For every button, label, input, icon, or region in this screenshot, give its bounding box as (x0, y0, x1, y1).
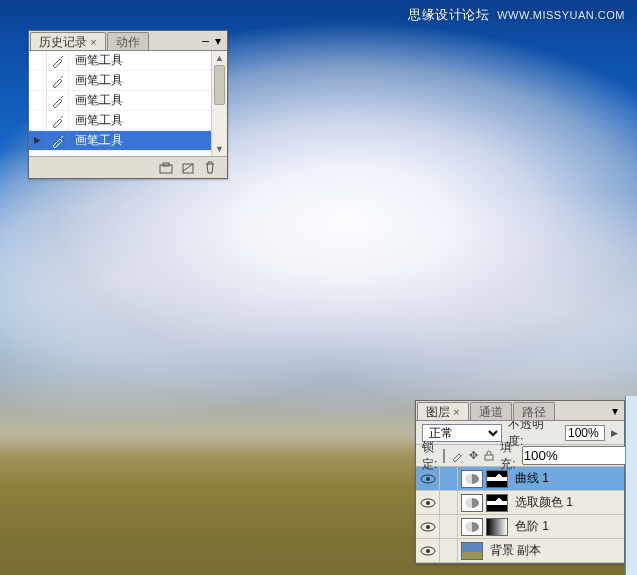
tab-layers[interactable]: 图层 × (417, 402, 469, 420)
layer-name[interactable]: 色阶 1 (511, 518, 553, 535)
layer-name[interactable]: 背景 副本 (486, 542, 545, 559)
history-row[interactable]: 画笔工具 (29, 111, 227, 131)
adjustment-thumb-icon[interactable] (461, 518, 483, 536)
tab-channels[interactable]: 通道 (470, 402, 512, 420)
layer-name[interactable]: 曲线 1 (511, 470, 553, 487)
layer-thumbs (458, 518, 511, 536)
layer-row[interactable]: 曲线 1 (416, 467, 624, 491)
svg-point-11 (426, 549, 430, 553)
history-tabs: 历史记录 × 动作 – ▾ (29, 31, 227, 51)
adjustment-thumb-icon[interactable] (461, 470, 483, 488)
blend-row: 正常 不透明度: ▶ (416, 421, 624, 445)
svg-rect-3 (485, 455, 493, 460)
fill-label: 填充: (500, 439, 515, 473)
image-thumb-icon[interactable] (461, 542, 483, 560)
link-cell[interactable] (440, 515, 458, 538)
history-footer (29, 156, 227, 178)
layer-thumbs (458, 470, 511, 488)
link-cell[interactable] (440, 467, 458, 490)
minimize-icon[interactable]: – (202, 34, 209, 48)
history-checkbox[interactable] (29, 71, 47, 90)
scroll-down-icon[interactable]: ▼ (212, 142, 227, 156)
history-row[interactable]: 画笔工具 (29, 71, 227, 91)
lock-transparency-icon[interactable] (443, 449, 445, 463)
layer-thumbs (458, 542, 486, 560)
history-label: 画笔工具 (69, 132, 227, 149)
brush-icon (47, 51, 69, 70)
history-label: 画笔工具 (69, 52, 227, 69)
tab-history[interactable]: 历史记录 × (30, 32, 106, 50)
layer-thumbs (458, 494, 511, 512)
scroll-up-icon[interactable]: ▲ (212, 51, 227, 65)
trash-icon[interactable] (203, 161, 217, 175)
mask-thumb-icon[interactable] (486, 494, 508, 512)
lock-move-icon[interactable]: ✥ (469, 449, 478, 463)
history-label: 画笔工具 (69, 112, 227, 129)
layer-list: 曲线 1 选取颜色 1 色阶 1 背景 副本 (416, 467, 624, 563)
mask-thumb-icon[interactable] (486, 470, 508, 488)
history-label: 画笔工具 (69, 72, 227, 89)
layer-row[interactable]: 选取颜色 1 (416, 491, 624, 515)
history-checkbox[interactable] (29, 131, 47, 150)
panel-menu-icon[interactable]: ▾ (612, 404, 618, 418)
history-label: 画笔工具 (69, 92, 227, 109)
scroll-thumb[interactable] (214, 65, 225, 105)
tab-paths[interactable]: 路径 (513, 402, 555, 420)
close-icon[interactable]: × (90, 36, 96, 48)
snapshot-from-state-icon[interactable] (159, 161, 173, 175)
history-checkbox[interactable] (29, 51, 47, 70)
visibility-icon[interactable] (416, 491, 440, 514)
adjustment-thumb-icon[interactable] (461, 494, 483, 512)
layer-row[interactable]: 色阶 1 (416, 515, 624, 539)
visibility-icon[interactable] (416, 539, 440, 562)
layer-name[interactable]: 选取颜色 1 (511, 494, 577, 511)
link-cell[interactable] (440, 491, 458, 514)
scrollbar[interactable]: ▲ ▼ (211, 51, 227, 156)
close-icon[interactable]: × (453, 406, 459, 418)
fill-input[interactable] (522, 446, 637, 465)
layer-row[interactable]: 背景 副本 (416, 539, 624, 563)
brush-icon (47, 131, 69, 150)
history-checkbox[interactable] (29, 111, 47, 130)
lock-brush-icon[interactable] (451, 449, 463, 463)
layers-panel[interactable]: 图层 × 通道 路径 ▾ 正常 不透明度: ▶ 锁定: ✥ 填充: ▶ 曲线 1 (415, 400, 625, 564)
history-row[interactable]: 画笔工具 (29, 91, 227, 111)
history-row[interactable]: 画笔工具 (29, 131, 227, 151)
history-panel[interactable]: 历史记录 × 动作 – ▾ 画笔工具 画笔工具 画笔工具 画笔工具 (28, 30, 228, 179)
brush-icon (47, 91, 69, 110)
mask-thumb-icon[interactable] (486, 518, 508, 536)
svg-point-9 (426, 525, 430, 529)
watermark-url: WWW.MISSYUAN.COM (497, 9, 625, 21)
lock-all-icon[interactable] (484, 449, 494, 463)
opacity-input[interactable] (565, 425, 605, 441)
history-checkbox[interactable] (29, 91, 47, 110)
tab-actions[interactable]: 动作 (107, 32, 149, 50)
watermark: 思缘设计论坛 WWW.MISSYUAN.COM (408, 6, 625, 24)
svg-point-7 (426, 501, 430, 505)
layers-tabs: 图层 × 通道 路径 ▾ (416, 401, 624, 421)
new-snapshot-icon[interactable] (181, 161, 195, 175)
history-list: 画笔工具 画笔工具 画笔工具 画笔工具 画笔工具 ▲ ▼ (29, 51, 227, 156)
brush-icon (47, 111, 69, 130)
collapsed-sidebar[interactable] (625, 396, 637, 575)
watermark-text: 思缘设计论坛 (408, 6, 489, 24)
visibility-icon[interactable] (416, 467, 440, 490)
chevron-right-icon[interactable]: ▶ (611, 428, 618, 438)
history-row[interactable]: 画笔工具 (29, 51, 227, 71)
brush-icon (47, 71, 69, 90)
svg-point-5 (426, 477, 430, 481)
visibility-icon[interactable] (416, 515, 440, 538)
link-cell[interactable] (440, 539, 458, 562)
panel-menu-icon[interactable]: ▾ (215, 34, 221, 48)
